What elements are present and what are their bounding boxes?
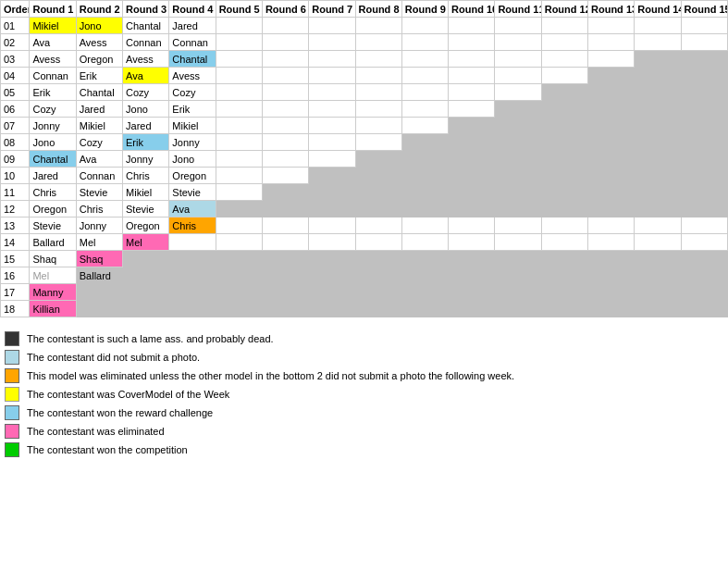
round-cell xyxy=(449,84,495,101)
round-cell xyxy=(123,251,169,267)
round-cell xyxy=(355,118,401,134)
round-cell xyxy=(262,251,308,267)
round-cell xyxy=(355,134,401,151)
round-cell xyxy=(169,267,216,284)
order-cell: 12 xyxy=(1,201,30,217)
round-cell: Stevie xyxy=(30,217,76,234)
round-cell xyxy=(588,267,635,284)
legend-item: The contestant is such a lame ass. and p… xyxy=(5,331,723,346)
table-row: 12OregonChrisStevieAva xyxy=(1,201,728,217)
order-cell: 17 xyxy=(1,284,30,301)
round-cell: Killian xyxy=(30,301,76,317)
round-cell xyxy=(635,118,681,134)
legend-item: The contestant won the competition xyxy=(5,442,723,457)
round-cell xyxy=(541,134,587,151)
round-cell xyxy=(262,201,308,217)
round-cell xyxy=(355,18,401,34)
legend-label: The contestant was CoverModel of the Wee… xyxy=(27,389,229,400)
round-cell xyxy=(635,251,681,267)
round-cell xyxy=(262,168,308,184)
round-cell xyxy=(495,101,541,118)
round-cell: Cozy xyxy=(30,101,76,118)
round-cell xyxy=(449,301,495,317)
round-cell xyxy=(449,217,495,234)
legend: The contestant is such a lame ass. and p… xyxy=(0,327,728,466)
round-cell xyxy=(262,84,308,101)
round-cell: Mel xyxy=(30,267,76,284)
round-cell xyxy=(401,251,448,267)
round-cell xyxy=(495,217,541,234)
round-cell xyxy=(169,251,216,267)
round-cell xyxy=(401,168,448,184)
round-cell xyxy=(216,84,262,101)
round-cell xyxy=(262,68,308,84)
round-cell: Chantal xyxy=(30,151,76,168)
round-cell xyxy=(216,217,262,234)
round-cell: Avess xyxy=(169,68,216,84)
header-round-11: Round 11 xyxy=(495,1,541,18)
header-round-10: Round 10 xyxy=(449,1,495,18)
round-cell xyxy=(309,51,355,68)
round-cell xyxy=(495,18,541,34)
round-cell xyxy=(262,118,308,134)
round-cell xyxy=(76,301,122,317)
round-cell: Erik xyxy=(30,84,76,101)
round-cell xyxy=(681,201,727,217)
round-cell xyxy=(309,118,355,134)
round-cell xyxy=(588,217,635,234)
round-cell xyxy=(449,284,495,301)
round-cell xyxy=(216,267,262,284)
header-round-8: Round 8 xyxy=(355,1,401,18)
round-cell xyxy=(449,201,495,217)
order-cell: 07 xyxy=(1,118,30,134)
round-cell xyxy=(681,184,727,201)
round-cell xyxy=(262,284,308,301)
round-cell xyxy=(216,134,262,151)
legend-label: This model was eliminated unless the oth… xyxy=(27,370,514,381)
header-round-14: Round 14 xyxy=(635,1,681,18)
round-cell: Jono xyxy=(76,18,122,34)
round-cell xyxy=(262,134,308,151)
round-cell: Erik xyxy=(123,134,169,151)
legend-color-box xyxy=(5,424,19,439)
round-cell xyxy=(355,267,401,284)
round-cell xyxy=(495,118,541,134)
round-cell xyxy=(495,251,541,267)
header-round-4: Round 4 xyxy=(169,1,216,18)
round-cell xyxy=(309,134,355,151)
round-cell xyxy=(635,267,681,284)
round-cell xyxy=(681,151,727,168)
round-cell xyxy=(495,301,541,317)
round-cell: Mikiel xyxy=(76,118,122,134)
round-cell xyxy=(541,267,587,284)
round-cell: Stevie xyxy=(76,184,122,201)
round-cell: Oregon xyxy=(169,168,216,184)
round-cell xyxy=(588,201,635,217)
table-row: 14BallardMelMel xyxy=(1,234,728,251)
round-cell: Jonny xyxy=(30,118,76,134)
legend-color-box xyxy=(5,350,19,365)
round-cell xyxy=(681,134,727,151)
order-cell: 15 xyxy=(1,251,30,267)
round-cell xyxy=(495,267,541,284)
round-cell xyxy=(588,118,635,134)
round-cell xyxy=(681,301,727,317)
header-round-6: Round 6 xyxy=(262,1,308,18)
round-cell xyxy=(588,168,635,184)
header-round-2: Round 2 xyxy=(76,1,122,18)
legend-label: The contestant won the competition xyxy=(27,444,188,455)
table-row: 03AvessOregonAvessChantal xyxy=(1,51,728,68)
main-container: OrderRound 1Round 2Round 3Round 4Round 5… xyxy=(0,0,728,466)
legend-label: The contestant is such a lame ass. and p… xyxy=(27,333,274,344)
round-cell xyxy=(309,184,355,201)
rounds-table: OrderRound 1Round 2Round 3Round 4Round 5… xyxy=(0,0,728,317)
round-cell: Avess xyxy=(30,51,76,68)
round-cell xyxy=(681,284,727,301)
round-cell xyxy=(495,51,541,68)
table-row: 04ConnanErikAvaAvess xyxy=(1,68,728,84)
round-cell xyxy=(681,251,727,267)
header-round-7: Round 7 xyxy=(309,1,355,18)
round-cell: Erik xyxy=(76,68,122,84)
table-row: 05ErikChantalCozyCozy xyxy=(1,84,728,101)
table-row: 10JaredConnanChrisOregon xyxy=(1,168,728,184)
